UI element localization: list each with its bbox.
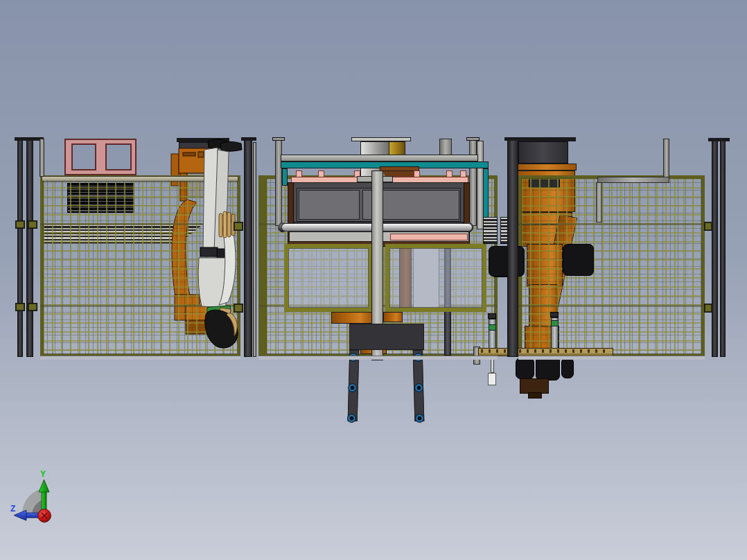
leg-bolt	[415, 414, 424, 423]
lower-tray-pink	[390, 234, 468, 240]
table-sub-panel	[299, 190, 360, 220]
clamp-sensor-right-band	[551, 320, 559, 326]
pink-window-opening	[71, 143, 96, 170]
y-axis-arrowhead	[39, 480, 49, 492]
frame-post-right	[469, 139, 477, 226]
right-robot-mount	[518, 141, 568, 164]
fence-clamp	[234, 304, 243, 313]
shoe	[220, 142, 242, 152]
clamp-sensor-left-tip	[488, 373, 496, 385]
fence-clamp	[15, 303, 25, 311]
fence-post	[17, 139, 23, 357]
fence-base-strip	[40, 356, 240, 360]
plank-markings	[481, 349, 610, 353]
fence-post	[244, 139, 252, 357]
center-robot-arm	[383, 312, 403, 322]
teal-upright-right	[483, 168, 489, 220]
post-cap	[241, 137, 256, 141]
glass-panel-right	[385, 244, 486, 312]
pink-window-opening	[105, 143, 132, 170]
right-robot-motor-left	[489, 246, 525, 277]
fence-midrail	[518, 223, 705, 225]
leg-bolt	[414, 383, 423, 392]
center-robot-arm	[331, 312, 373, 324]
leg-bolt	[347, 414, 356, 423]
fence-post	[26, 139, 33, 357]
trouser-cuff	[200, 247, 218, 256]
end-effector-wrist	[520, 378, 549, 394]
post-cap	[708, 138, 730, 141]
frame-post-left	[275, 139, 282, 226]
clamp-sensor-left-band	[489, 324, 496, 331]
gray-upright	[39, 139, 44, 177]
fence-clamp	[704, 222, 712, 231]
stand-body	[349, 324, 424, 350]
end-effector-box	[536, 356, 560, 380]
clamp-sensor-left	[488, 313, 496, 319]
teal-upright-left	[282, 168, 288, 186]
glass-panel-left	[284, 244, 373, 312]
fence-clamp	[15, 220, 25, 229]
end-effector-box	[516, 358, 534, 379]
end-effector-tip	[528, 392, 542, 399]
operator-figure	[196, 136, 246, 354]
gray-upright	[253, 142, 256, 357]
fence-panel-right	[518, 175, 705, 357]
clamp-sensor-right	[550, 312, 559, 317]
top-beam	[281, 155, 478, 161]
leg-bolt	[348, 383, 357, 392]
fence-post	[712, 141, 718, 357]
fence-clamp	[704, 304, 712, 313]
fence-post	[507, 139, 518, 357]
y-axis-label: Y	[40, 470, 46, 479]
gray-tube-vertical	[663, 139, 669, 179]
fence-base-strip	[518, 356, 705, 360]
fence-base-strip	[258, 356, 498, 360]
frame-post-left-cap	[272, 137, 285, 141]
hands	[219, 211, 235, 238]
orientation-triad: Y Z	[10, 470, 79, 536]
cable-chain-slats	[483, 217, 498, 244]
right-robot-base-flange	[509, 164, 577, 170]
z-axis-arrowhead	[14, 510, 26, 520]
fence-clamp	[234, 222, 243, 231]
gray-tube-vertical	[596, 182, 602, 222]
cad-viewport[interactable]: Y Z	[0, 0, 747, 560]
fence-post	[720, 141, 726, 357]
fence-clamp	[28, 303, 37, 311]
fence-clamp	[28, 220, 37, 229]
fence-midrail	[518, 305, 705, 307]
post-cap	[504, 137, 524, 141]
right-robot-motor-right	[563, 244, 594, 276]
gray-tube-horizontal	[597, 177, 669, 183]
z-axis-label: Z	[10, 504, 15, 514]
end-effector-box	[561, 358, 574, 378]
